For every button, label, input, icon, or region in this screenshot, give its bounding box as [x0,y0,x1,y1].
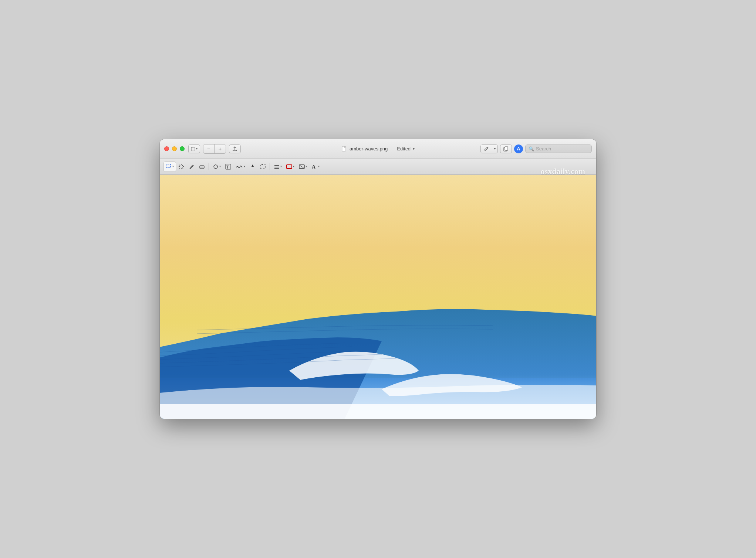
pencil-dropdown-icon: ▾ [494,147,496,150]
title-bar-right: ▾ A 🔍 [480,144,592,153]
markup-a-button[interactable]: A [514,144,523,153]
traffic-lights [164,146,185,151]
rect-bg-button[interactable]: ▾ [297,161,309,172]
signature-chevron-icon: ▾ [244,165,245,168]
magic-wand-icon [178,164,184,170]
terrain-layer [160,175,596,419]
title-chevron-icon[interactable]: ▾ [413,147,415,151]
svg-line-9 [182,167,183,168]
title-bar-left: ⬚ ▾ − + [188,144,241,154]
zoom-in-icon: + [219,146,222,152]
canvas-area [160,175,596,419]
svg-line-8 [179,165,180,166]
sidebar-chevron-icon: ▾ [196,147,198,150]
svg-line-22 [299,165,304,169]
share-icon [232,146,237,152]
maximize-button[interactable] [180,146,185,151]
signature-icon [236,164,243,170]
selection-tool-button[interactable]: ▾ [163,161,176,172]
minimize-button[interactable] [172,146,177,151]
border-align-chevron-icon: ▾ [280,165,282,168]
border-align-button[interactable]: ▾ [271,161,284,172]
svg-rect-16 [261,164,265,169]
text-tool-icon: T [225,164,231,170]
edited-label: Edited [397,146,411,152]
svg-text:A: A [312,164,316,170]
svg-rect-3 [166,164,171,168]
svg-line-10 [182,165,183,166]
rect-border-button[interactable]: ▾ [284,161,297,172]
svg-text:T: T [226,164,229,170]
share-button[interactable] [229,144,241,153]
rect-border-icon [286,164,292,170]
shapes-icon [213,164,219,170]
pencil-main[interactable] [481,145,492,153]
search-icon: 🔍 [529,146,534,152]
search-input[interactable] [536,146,588,152]
svg-rect-2 [505,147,508,150]
toolbar-separator-1 [209,163,209,170]
border-align-icon [274,164,280,170]
annotation-toolbar: ▾ [160,159,596,175]
svg-point-13 [214,165,217,169]
sidebar-icon: ⬚ [191,146,195,152]
zoom-out-icon: − [207,146,210,152]
app-window: ⬚ ▾ − + [160,139,596,419]
shapes-chevron-icon: ▾ [219,165,221,168]
zoom-out-button[interactable]: − [203,144,215,153]
document-icon [341,146,347,152]
font-chevron-icon: ▾ [318,165,320,168]
toolbar-separator-2 [270,163,270,170]
sidebar-toggle-button[interactable]: ⬚ ▾ [188,144,200,153]
pen-icon [189,164,195,170]
signature-tool-button[interactable]: ▾ [233,161,247,172]
eraser-icon [199,164,205,170]
crop-tool-button[interactable] [258,161,268,172]
markup-share-button[interactable] [500,144,512,153]
selection-tool-icon [166,164,172,170]
pages-icon [503,146,509,152]
font-button[interactable]: A ▾ [309,161,322,172]
selection-chevron-icon: ▾ [172,165,174,168]
rect-border-chevron-icon: ▾ [293,165,294,168]
markup-button[interactable]: ▾ [480,144,498,153]
search-bar[interactable]: 🔍 [525,144,592,153]
draw-tool-button[interactable] [186,161,197,172]
image-display [160,175,596,419]
crop-icon [260,164,266,170]
window-title: amber-waves.png — Edited ▾ [341,146,415,152]
rect-bg-chevron-icon: ▾ [306,165,307,168]
rect-bg-icon [299,164,305,170]
adjust-tool-button[interactable] [247,161,258,172]
svg-rect-25 [160,404,596,419]
shapes-tool-button[interactable]: ▾ [210,161,223,172]
toolbar-tools: ▾ [163,161,591,172]
magic-wand-button[interactable] [176,161,186,172]
text-tool-button[interactable]: T [223,161,233,172]
markup-a-icon: A [517,146,520,152]
eraser-tool-button[interactable] [197,161,207,172]
pencil-chevron[interactable]: ▾ [492,146,497,152]
svg-rect-20 [287,165,292,169]
svg-rect-0 [342,146,346,151]
close-button[interactable] [164,146,169,151]
svg-line-11 [179,167,180,168]
title-separator: — [390,146,395,152]
file-name: amber-waves.png [350,146,388,152]
font-icon: A [311,164,317,170]
title-bar: ⬚ ▾ − + [160,139,596,159]
zoom-in-button[interactable]: + [215,144,226,153]
zoom-controls: − + [203,144,226,154]
pencil-icon [484,146,489,152]
adjust-icon [250,164,256,170]
